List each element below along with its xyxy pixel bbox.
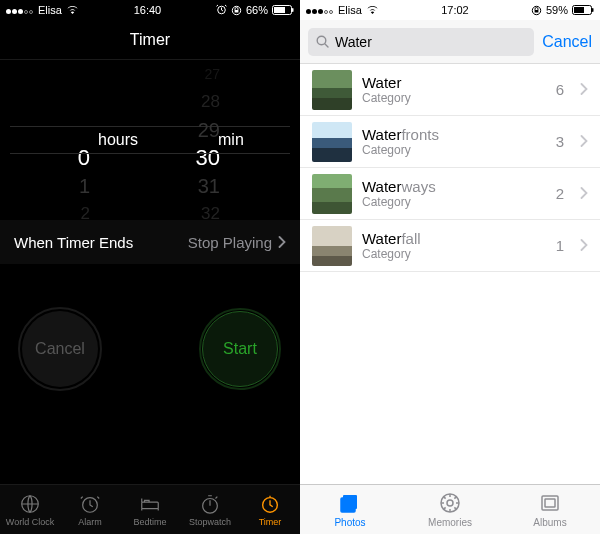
result-count: 6 bbox=[556, 81, 564, 98]
result-subtitle: Category bbox=[362, 143, 546, 157]
start-button[interactable]: Start bbox=[202, 311, 278, 387]
tab-timer[interactable]: Timer bbox=[240, 485, 300, 534]
result-title: Waterfall bbox=[362, 230, 546, 247]
result-thumbnail bbox=[312, 226, 352, 266]
ends-label: When Timer Ends bbox=[14, 234, 133, 251]
tab-bar: World Clock Alarm Bedtime Stopwatch Time… bbox=[0, 484, 300, 534]
wifi-icon bbox=[366, 5, 379, 15]
result-thumbnail bbox=[312, 70, 352, 110]
tab-stopwatch[interactable]: Stopwatch bbox=[180, 485, 240, 534]
tab-bar: Photos Memories Albums bbox=[300, 484, 600, 534]
alarm-icon bbox=[216, 4, 227, 17]
result-subtitle: Category bbox=[362, 91, 546, 105]
rotation-lock-icon bbox=[531, 5, 542, 16]
carrier-label: Elisa bbox=[38, 4, 62, 16]
status-bar: Elisa 17:02 59% bbox=[300, 0, 600, 20]
svg-rect-19 bbox=[341, 498, 355, 512]
result-thumbnail bbox=[312, 122, 352, 162]
svg-rect-2 bbox=[235, 10, 239, 13]
timer-screen: Elisa 16:40 66% Timer bbox=[0, 0, 300, 534]
result-title: Water bbox=[362, 74, 546, 91]
clock-label: 17:02 bbox=[441, 4, 469, 16]
battery-pct: 66% bbox=[246, 4, 268, 16]
result-count: 3 bbox=[556, 133, 564, 150]
search-result-row[interactable]: Waterfall Category 1 bbox=[300, 220, 600, 272]
minutes-selected: 30 bbox=[160, 144, 220, 172]
signal-dots-icon bbox=[306, 4, 334, 16]
result-subtitle: Category bbox=[362, 247, 546, 261]
rotation-lock-icon bbox=[231, 5, 242, 16]
search-icon bbox=[316, 35, 329, 48]
search-results: Water Category 6 Waterfronts Category 3 … bbox=[300, 64, 600, 272]
wifi-icon bbox=[66, 5, 79, 15]
chevron-right-icon bbox=[278, 234, 286, 251]
chevron-right-icon bbox=[580, 237, 588, 255]
result-thumbnail bbox=[312, 174, 352, 214]
svg-rect-12 bbox=[535, 10, 539, 13]
search-input[interactable]: Water bbox=[308, 28, 534, 56]
chevron-right-icon bbox=[580, 81, 588, 99]
minutes-unit: min bbox=[218, 126, 244, 154]
search-result-row[interactable]: Water Category 6 bbox=[300, 64, 600, 116]
battery-pct: 59% bbox=[546, 4, 568, 16]
svg-rect-4 bbox=[274, 7, 285, 13]
chevron-right-icon bbox=[580, 185, 588, 203]
search-cancel-button[interactable]: Cancel bbox=[542, 33, 592, 51]
hours-selected: 0 bbox=[30, 144, 90, 172]
svg-rect-5 bbox=[292, 8, 294, 12]
tab-world-clock[interactable]: World Clock bbox=[0, 485, 60, 534]
svg-point-21 bbox=[447, 500, 453, 506]
search-result-row[interactable]: Waterfronts Category 3 bbox=[300, 116, 600, 168]
battery-icon bbox=[272, 5, 294, 15]
result-title: Waterways bbox=[362, 178, 546, 195]
cancel-button[interactable]: Cancel bbox=[22, 311, 98, 387]
tab-alarm[interactable]: Alarm bbox=[60, 485, 120, 534]
tab-photos[interactable]: Photos bbox=[300, 485, 400, 534]
ends-value: Stop Playing bbox=[188, 234, 272, 251]
svg-rect-14 bbox=[574, 7, 584, 13]
nav-title: Timer bbox=[0, 20, 300, 60]
tab-memories[interactable]: Memories bbox=[400, 485, 500, 534]
result-count: 2 bbox=[556, 185, 564, 202]
search-query: Water bbox=[335, 34, 372, 50]
photos-search-screen: Elisa 17:02 59% Water Cancel bbox=[300, 0, 600, 534]
hours-unit: hours bbox=[98, 126, 138, 154]
search-result-row[interactable]: Waterways Category 2 bbox=[300, 168, 600, 220]
carrier-label: Elisa bbox=[338, 4, 362, 16]
svg-rect-15 bbox=[592, 8, 594, 12]
svg-rect-23 bbox=[545, 499, 555, 507]
when-timer-ends-row[interactable]: When Timer Ends Stop Playing bbox=[0, 220, 300, 264]
clock-label: 16:40 bbox=[134, 4, 162, 16]
status-bar: Elisa 16:40 66% bbox=[0, 0, 300, 20]
tab-albums[interactable]: Albums bbox=[500, 485, 600, 534]
chevron-right-icon bbox=[580, 133, 588, 151]
time-picker[interactable]: 0 1 2 3 hours 27 28 29 30 31 32 33 min bbox=[0, 60, 300, 220]
tab-bedtime[interactable]: Bedtime bbox=[120, 485, 180, 534]
result-subtitle: Category bbox=[362, 195, 546, 209]
minutes-wheel[interactable]: 27 28 29 30 31 32 33 bbox=[160, 60, 270, 220]
search-bar: Water Cancel bbox=[300, 20, 600, 64]
result-count: 1 bbox=[556, 237, 564, 254]
signal-dots-icon bbox=[6, 4, 34, 16]
svg-rect-8 bbox=[142, 502, 159, 508]
battery-icon bbox=[572, 5, 594, 15]
result-title: Waterfronts bbox=[362, 126, 546, 143]
